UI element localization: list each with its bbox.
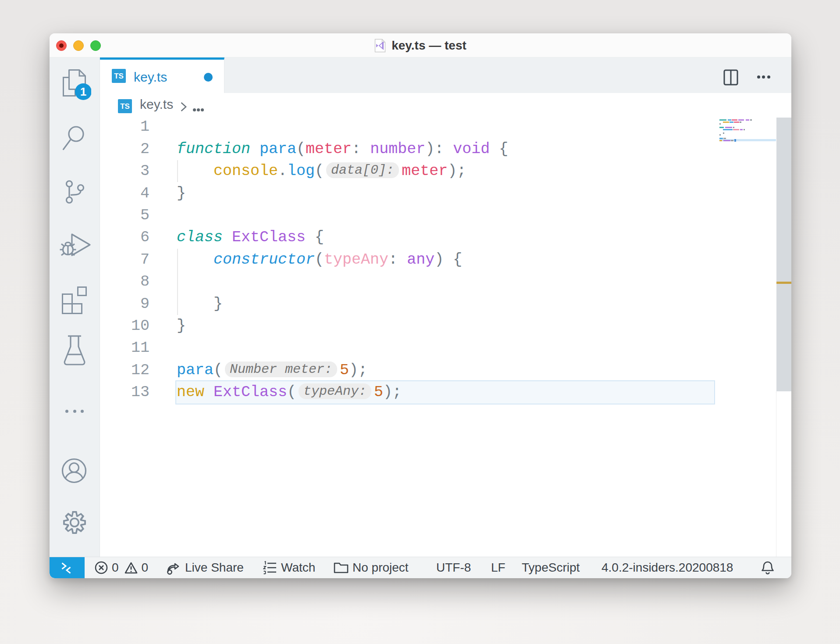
- svg-text:1: 1: [80, 85, 86, 98]
